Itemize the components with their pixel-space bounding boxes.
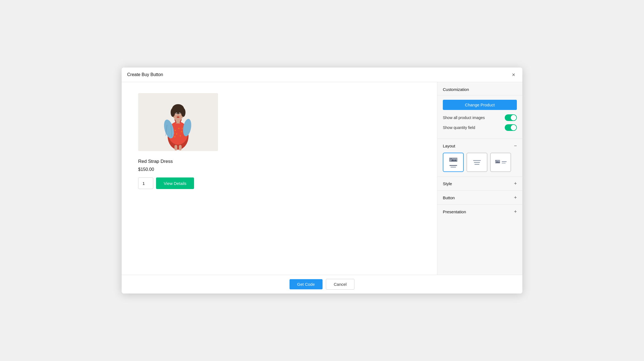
close-button[interactable]: × xyxy=(510,71,517,78)
layout-section-header[interactable]: Layout − xyxy=(443,143,517,148)
product-name: Red Strap Dress xyxy=(138,159,173,164)
get-code-button[interactable]: Get Code xyxy=(290,279,323,289)
svg-point-4 xyxy=(178,128,179,129)
presentation-section: Presentation + xyxy=(437,204,522,219)
modal-header: Create Buy Button × xyxy=(122,68,522,82)
style-section-header[interactable]: Style + xyxy=(443,181,517,186)
layout-option-side[interactable] xyxy=(490,153,511,172)
layout-title: Layout xyxy=(443,144,455,148)
layout-option-stacked[interactable] xyxy=(443,153,464,172)
svg-point-16 xyxy=(171,108,175,117)
svg-point-23 xyxy=(177,117,179,118)
layout-collapse-icon: − xyxy=(514,143,517,148)
product-section: Change Product Show all product images S… xyxy=(437,95,522,139)
quantity-input[interactable] xyxy=(138,177,153,189)
product-image-svg xyxy=(138,93,218,151)
cancel-button[interactable]: Cancel xyxy=(326,279,355,290)
presentation-section-header[interactable]: Presentation + xyxy=(443,209,517,214)
button-title: Button xyxy=(443,195,455,200)
svg-point-8 xyxy=(174,136,175,137)
svg-rect-12 xyxy=(179,145,182,150)
svg-point-3 xyxy=(175,130,176,131)
svg-point-35 xyxy=(495,160,496,161)
layout-stacked-icon xyxy=(449,157,458,168)
show-quantity-toggle[interactable] xyxy=(505,124,517,131)
svg-point-5 xyxy=(181,131,182,132)
show-images-row: Show all product images xyxy=(443,114,517,121)
create-buy-button-modal: Create Buy Button × xyxy=(122,68,522,293)
show-images-toggle[interactable] xyxy=(505,114,517,121)
svg-point-22 xyxy=(178,115,179,116)
layout-section: Layout − xyxy=(437,139,522,176)
style-section: Style + xyxy=(437,176,522,190)
svg-point-17 xyxy=(181,108,185,117)
button-section-header[interactable]: Button + xyxy=(443,195,517,200)
svg-point-9 xyxy=(182,128,183,129)
layout-text-icon xyxy=(473,160,481,165)
button-expand-icon: + xyxy=(514,195,517,200)
product-image xyxy=(138,93,218,151)
customization-header: Customization xyxy=(437,82,522,95)
style-expand-icon: + xyxy=(514,181,517,186)
svg-point-7 xyxy=(180,135,181,136)
customization-sidebar: Customization Change Product Show all pr… xyxy=(437,82,522,275)
change-product-button[interactable]: Change Product xyxy=(443,100,517,110)
preview-area: Red Strap Dress $150.00 View Details xyxy=(122,82,437,275)
layout-side-icon xyxy=(495,160,507,165)
product-actions: View Details xyxy=(138,177,194,189)
presentation-title: Presentation xyxy=(443,209,466,214)
modal-title: Create Buy Button xyxy=(127,72,163,77)
svg-rect-11 xyxy=(174,145,177,150)
svg-point-20 xyxy=(176,113,177,114)
presentation-expand-icon: + xyxy=(514,209,517,214)
show-quantity-label: Show quantity field xyxy=(443,125,475,130)
layout-options xyxy=(443,153,517,172)
product-price: $150.00 xyxy=(138,167,154,172)
svg-point-21 xyxy=(179,113,180,114)
modal-footer: Get Code Cancel xyxy=(122,275,522,293)
svg-point-6 xyxy=(176,133,177,134)
svg-point-32 xyxy=(451,158,452,159)
layout-option-text[interactable] xyxy=(466,153,487,172)
show-quantity-row: Show quantity field xyxy=(443,124,517,131)
view-details-button[interactable]: View Details xyxy=(156,177,194,189)
button-section: Button + xyxy=(437,190,522,204)
show-images-label: Show all product images xyxy=(443,115,485,120)
style-title: Style xyxy=(443,181,452,186)
modal-body: Red Strap Dress $150.00 View Details Cus… xyxy=(122,82,522,275)
